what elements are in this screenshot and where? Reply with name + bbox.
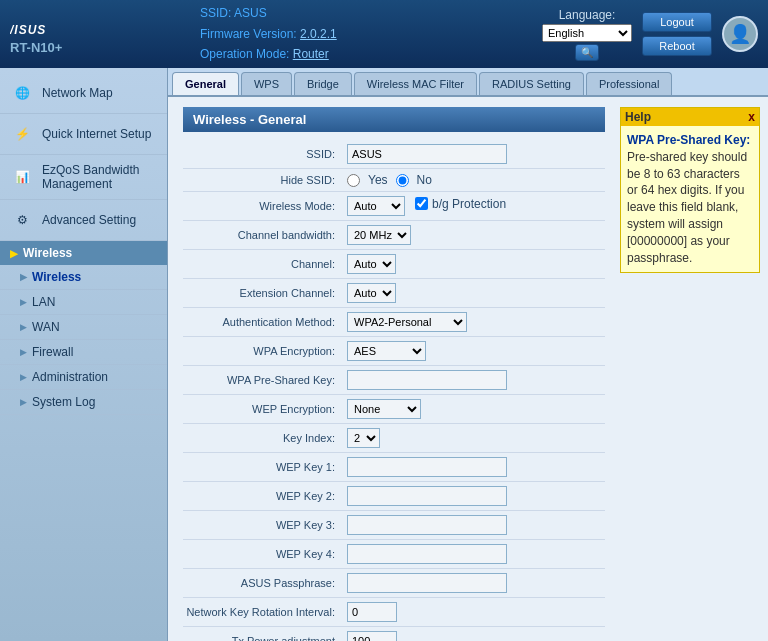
channel-bw-select[interactable]: 20 MHz40 MHz [347,225,411,245]
admin-arrow: ▶ [20,372,27,382]
sidebar-item-ezqos[interactable]: 📊 EzQoS Bandwidth Management [0,155,167,200]
wep-encryption-value: NoneWEP-64WEP-128 [343,395,605,424]
auth-method-select[interactable]: WPA2-PersonalWPA-PersonalWPA2-Enterprise… [347,312,467,332]
key-index-label: Key Index: [183,424,343,453]
rotation-interval-input[interactable] [347,602,397,622]
sidebar-subitem-lan[interactable]: ▶ LAN [0,290,167,315]
reboot-button[interactable]: Reboot [642,36,712,56]
wep-key3-input[interactable] [347,515,507,535]
sidebar-subitem-administration[interactable]: ▶ Administration [0,365,167,390]
syslog-arrow: ▶ [20,397,27,407]
wpa-encryption-row: WPA Encryption: AESTKIPTKIP+AES [183,337,605,366]
wep-key4-label: WEP Key 4: [183,540,343,569]
administration-label: Administration [32,370,108,384]
operation-link[interactable]: Router [293,47,329,61]
help-content: WPA Pre-Shared Key: Pre-shared key shoul… [627,132,753,266]
lan-label: LAN [32,295,55,309]
wireless-label: Wireless [32,270,81,284]
hide-ssid-no-label: No [417,173,432,187]
key-index-select[interactable]: 1234 [347,428,380,448]
wep-key1-value [343,453,605,482]
wireless-mode-label: Wireless Mode: [183,192,343,221]
wep-key3-value [343,511,605,540]
tx-power-label: Tx Power adjustment [183,627,343,642]
model-name: RT-N10+ [10,40,62,55]
ezqos-icon: 📊 [10,165,34,189]
wep-key1-input[interactable] [347,457,507,477]
advanced-label: Advanced Setting [42,213,136,227]
wpa-key-row: WPA Pre-Shared Key: [183,366,605,395]
sidebar-subitem-wan[interactable]: ▶ WAN [0,315,167,340]
wep-key2-value [343,482,605,511]
hide-ssid-value: Yes No [343,169,605,192]
wireless-mode-row: Wireless Mode: Autob Onlyg Onlyn Only b/… [183,192,605,221]
hide-ssid-yes-radio[interactable] [347,174,360,187]
wpa-key-input[interactable] [347,370,507,390]
tab-professional[interactable]: Professional [586,72,673,95]
asus-passphrase-label: ASUS Passphrase: [183,569,343,598]
logo-area: /ISUS RT-N10+ [10,14,80,55]
help-header: Help x [621,108,759,126]
sidebar-item-quick-setup[interactable]: ⚡ Quick Internet Setup [0,114,167,155]
wireless-mode-select[interactable]: Autob Onlyg Onlyn Only [347,196,405,216]
extension-channel-label: Extension Channel: [183,279,343,308]
wpa-encryption-select[interactable]: AESTKIPTKIP+AES [347,341,426,361]
extension-channel-select[interactable]: Auto1611 [347,283,396,303]
tab-bridge[interactable]: Bridge [294,72,352,95]
channel-bw-value: 20 MHz40 MHz [343,221,605,250]
help-panel: Help x WPA Pre-Shared Key: Pre-shared ke… [620,107,760,273]
key-index-row: Key Index: 1234 [183,424,605,453]
header-buttons: Logout Reboot [642,12,712,56]
sidebar-item-advanced[interactable]: ⚙ Advanced Setting [0,200,167,241]
main-layout: 🌐 Network Map ⚡ Quick Internet Setup 📊 E… [0,68,768,641]
auth-method-row: Authentication Method: WPA2-PersonalWPA-… [183,308,605,337]
channel-value: Auto12611 [343,250,605,279]
sidebar-item-network-map[interactable]: 🌐 Network Map [0,73,167,114]
hide-ssid-no-radio[interactable] [396,174,409,187]
wep-key2-input[interactable] [347,486,507,506]
header-info: SSID: ASUS Firmware Version: 2.0.2.1 Ope… [200,3,542,64]
form-area: Wireless - General SSID: Hide SSID: [168,97,768,641]
hide-ssid-radio-group: Yes No [347,173,601,187]
bg-protection-checkbox[interactable] [415,197,428,210]
wan-label: WAN [32,320,60,334]
wep-key4-input[interactable] [347,544,507,564]
tx-power-input[interactable] [347,631,397,641]
section-title: Wireless - General [183,107,605,132]
header: /ISUS RT-N10+ SSID: ASUS Firmware Versio… [0,0,768,68]
network-map-label: Network Map [42,86,113,100]
help-close-button[interactable]: x [748,110,755,124]
quick-setup-icon: ⚡ [10,122,34,146]
ssid-input[interactable] [347,144,507,164]
logout-button[interactable]: Logout [642,12,712,32]
ezqos-label: EzQoS Bandwidth Management [42,163,157,191]
wep-key3-row: WEP Key 3: [183,511,605,540]
sidebar-subitem-wireless[interactable]: ▶ Wireless [0,265,167,290]
language-select[interactable]: English Chinese French [542,24,632,42]
tab-mac-filter[interactable]: Wireless MAC Filter [354,72,477,95]
hide-ssid-yes-label: Yes [368,173,388,187]
wireless-triangle: ▶ [10,248,18,259]
tab-general[interactable]: General [172,72,239,95]
sidebar-subitem-system-log[interactable]: ▶ System Log [0,390,167,415]
firewall-label: Firewall [32,345,73,359]
tab-wps[interactable]: WPS [241,72,292,95]
firmware-link[interactable]: 2.0.2.1 [300,27,337,41]
channel-select[interactable]: Auto12611 [347,254,396,274]
asus-passphrase-input[interactable] [347,573,507,593]
wep-key1-label: WEP Key 1: [183,453,343,482]
help-content-bold: WPA Pre-Shared Key: [627,133,750,147]
tab-radius[interactable]: RADIUS Setting [479,72,584,95]
wep-encryption-select[interactable]: NoneWEP-64WEP-128 [347,399,421,419]
wep-key1-row: WEP Key 1: [183,453,605,482]
wireless-mode-value: Autob Onlyg Onlyn Only b/g Protection [343,192,605,221]
help-content-text: Pre-shared key should be 8 to 63 charact… [627,150,747,265]
extension-channel-row: Extension Channel: Auto1611 [183,279,605,308]
wpa-encryption-value: AESTKIPTKIP+AES [343,337,605,366]
firewall-arrow: ▶ [20,347,27,357]
sidebar-subitem-firewall[interactable]: ▶ Firewall [0,340,167,365]
channel-bw-row: Channel bandwidth: 20 MHz40 MHz [183,221,605,250]
search-button[interactable]: 🔍 [575,44,599,61]
advanced-icon: ⚙ [10,208,34,232]
firmware-label: Firmware Version: [200,27,297,41]
